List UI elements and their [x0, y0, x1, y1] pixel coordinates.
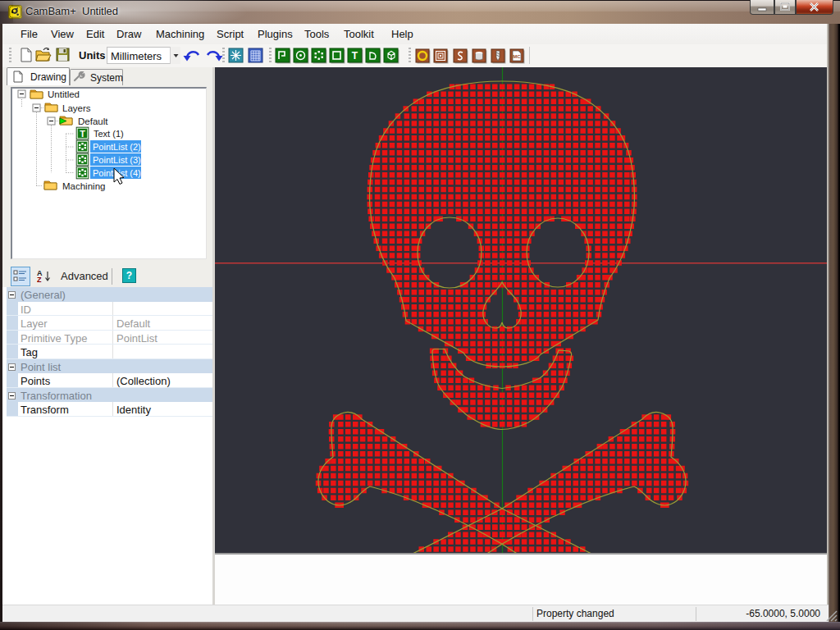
svg-text:Text (1): Text (1) [94, 129, 124, 139]
svg-text:MC: MC [513, 54, 521, 59]
svg-text:Default: Default [78, 116, 108, 126]
svg-text:Untitled: Untitled [48, 89, 80, 99]
svg-text:PointList (2): PointList (2) [93, 142, 141, 152]
svg-text:T: T [80, 129, 85, 139]
svg-text:PointList (3): PointList (3) [93, 155, 141, 165]
svg-text:T: T [352, 50, 358, 62]
svg-text:Machining: Machining [62, 181, 105, 191]
svg-text:Z: Z [37, 276, 42, 284]
svg-text:Layers: Layers [62, 103, 91, 113]
